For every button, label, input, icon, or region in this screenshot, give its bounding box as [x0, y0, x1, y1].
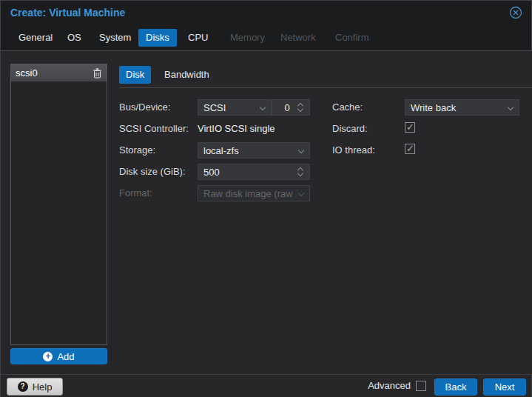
chevron-down-icon: [260, 104, 266, 110]
disk-item-label: scsi0: [16, 67, 92, 79]
disk-size-value: 500: [203, 167, 297, 178]
tab-network: Network: [273, 29, 323, 47]
plus-circle-icon: +: [43, 352, 53, 361]
spinner-arrows-icon[interactable]: [297, 101, 304, 113]
trash-icon[interactable]: [92, 68, 102, 79]
chevron-down-icon: [508, 104, 514, 110]
scsi-controller-label: SCSI Controller:: [119, 123, 195, 134]
cache-value: Write back: [411, 102, 508, 113]
subtab-divider: [119, 87, 532, 88]
chevron-down-icon: [298, 147, 304, 153]
help-button[interactable]: ? Help: [7, 378, 63, 396]
bus-device-label: Bus/Device:: [119, 101, 195, 113]
cache-select[interactable]: Write back: [405, 99, 519, 116]
disk-form-panel: Disk Bandwidth Bus/Device: SCSI 0 Cache:…: [119, 66, 532, 362]
help-button-label: Help: [33, 381, 53, 393]
back-button[interactable]: Back: [434, 378, 477, 396]
disk-list: scsi0: [10, 64, 107, 345]
scsi-controller-value: VirtIO SCSI single: [198, 123, 275, 134]
tab-general[interactable]: General: [11, 29, 60, 47]
tab-system[interactable]: System: [92, 29, 138, 47]
advanced-checkbox[interactable]: [416, 381, 426, 391]
discard-checkbox[interactable]: [405, 122, 415, 133]
question-circle-icon: ?: [18, 381, 28, 392]
add-button-label: Add: [57, 351, 74, 362]
io-thread-label: IO thread:: [332, 144, 402, 156]
form-row-disk-size: Disk size (GiB): 500: [119, 164, 532, 180]
add-disk-button[interactable]: + Add: [10, 348, 107, 364]
io-thread-checkbox[interactable]: [405, 144, 415, 154]
spinner-arrows-icon[interactable]: [297, 166, 304, 178]
dialog-title: Create: Virtual Machine: [10, 7, 125, 19]
subtab-bandwidth[interactable]: Bandwidth: [158, 66, 216, 84]
discard-label: Discard:: [332, 123, 402, 134]
create-vm-dialog: Create: Virtual Machine General OS Syste…: [0, 0, 532, 397]
disk-size-label: Disk size (GiB):: [119, 166, 195, 177]
advanced-toggle: Advanced: [368, 380, 426, 391]
form-row-bus-device: Bus/Device: SCSI 0 Cache: Write back: [119, 99, 532, 116]
bus-number-value: 0: [277, 102, 297, 113]
advanced-label: Advanced: [368, 380, 411, 391]
tab-memory: Memory: [223, 29, 272, 47]
bus-device-select[interactable]: SCSI: [198, 99, 272, 116]
storage-value: local-zfs: [203, 145, 298, 156]
chevron-down-icon: [298, 190, 304, 196]
tab-cpu[interactable]: CPU: [181, 29, 215, 47]
close-icon[interactable]: [509, 6, 522, 19]
wizard-tab-bar: General OS System Disks CPU Memory Netwo…: [1, 24, 531, 51]
content-area: scsi0 + Add Disk Bandwidth: [1, 51, 532, 374]
footer-bar: ? Help Advanced Back Next: [1, 374, 531, 397]
storage-label: Storage:: [119, 144, 195, 156]
format-label: Format:: [119, 187, 195, 198]
title-bar: Create: Virtual Machine: [1, 1, 531, 24]
form-row-scsi-controller: SCSI Controller: VirtIO SCSI single Disc…: [119, 121, 532, 137]
disk-size-stepper[interactable]: 500: [198, 164, 310, 180]
cache-label: Cache:: [332, 101, 402, 113]
bus-device-value: SCSI: [203, 102, 260, 113]
next-button[interactable]: Next: [483, 378, 526, 396]
tab-confirm: Confirm: [328, 29, 377, 47]
tab-os[interactable]: OS: [60, 29, 89, 47]
storage-select[interactable]: local-zfs: [198, 142, 310, 159]
subtab-disk[interactable]: Disk: [119, 66, 151, 84]
format-select: Raw disk image (raw: [198, 185, 310, 201]
form-row-storage: Storage: local-zfs IO thread:: [119, 142, 532, 159]
form-row-format: Format: Raw disk image (raw: [119, 185, 532, 201]
format-value: Raw disk image (raw: [203, 188, 298, 199]
bus-number-stepper[interactable]: 0: [272, 99, 310, 116]
disk-list-item-scsi0[interactable]: scsi0: [11, 64, 107, 81]
tab-disks[interactable]: Disks: [138, 29, 177, 47]
